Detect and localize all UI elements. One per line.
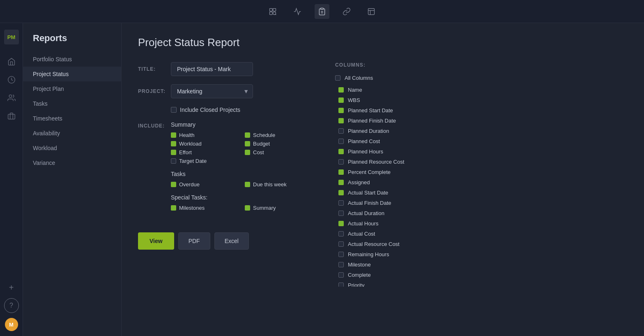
actual-resource-cost-label: Actual Resource Cost [348,241,400,247]
logo-icon[interactable]: PM [4,30,19,44]
col-actual-cost[interactable]: Actual Cost [335,229,453,239]
col-planned-start-date[interactable]: Planned Start Date [335,105,453,116]
search-zoom-icon[interactable] [265,4,280,19]
col-complete[interactable]: Complete [335,270,453,280]
planned-start-date-checkbox[interactable] [338,108,344,113]
complete-checkbox[interactable] [338,272,344,278]
svg-rect-2 [270,12,273,14]
analytics-icon[interactable] [290,4,305,19]
include-closed-checkbox[interactable] [171,107,177,113]
target-date-checkbox[interactable] [171,158,176,164]
actual-cost-checkbox[interactable] [338,231,344,236]
col-name[interactable]: Name [335,85,453,95]
actual-duration-checkbox[interactable] [338,211,344,216]
name-checkbox[interactable] [338,87,344,93]
sidebar-item-tasks[interactable]: Tasks [23,96,121,111]
col-actual-duration[interactable]: Actual Duration [335,208,453,218]
home-icon[interactable] [4,54,19,69]
schedule-checkbox-item[interactable]: Schedule [245,132,310,138]
col-actual-finish-date[interactable]: Actual Finish Date [335,198,453,208]
overdue-checkbox[interactable] [171,182,176,187]
help-icon[interactable]: ? [4,298,19,313]
col-planned-finish-date[interactable]: Planned Finish Date [335,116,453,126]
budget-checkbox[interactable] [245,141,250,146]
col-planned-duration[interactable]: Planned Duration [335,126,453,136]
due-this-week-checkbox-item[interactable]: Due this week [245,181,310,188]
summary-tasks-checkbox[interactable] [245,205,250,211]
project-select[interactable]: Marketing Development Design Sales [171,84,253,98]
sidebar-item-portfolio-status[interactable]: Portfolio Status [23,52,121,67]
col-percent-complete[interactable]: Percent Complete [335,167,453,177]
page-title: Project Status Report [138,36,628,49]
view-button[interactable]: View [138,232,174,250]
planned-resource-cost-label: Planned Resource Cost [348,159,404,165]
summary-checkbox-item[interactable]: Summary [245,205,310,211]
col-actual-start-date[interactable]: Actual Start Date [335,188,453,198]
project-label: PROJECT: [138,88,171,94]
clipboard-icon[interactable] [315,4,329,19]
col-assigned[interactable]: Assigned [335,177,453,188]
assigned-checkbox[interactable] [338,180,344,185]
title-input[interactable] [171,62,253,76]
planned-finish-date-checkbox[interactable] [338,118,344,123]
col-wbs[interactable]: WBS [335,95,453,105]
complete-label: Complete [348,272,371,278]
cost-checkbox[interactable] [245,150,250,155]
all-columns-checkbox[interactable] [335,75,340,81]
sidebar-item-variance[interactable]: Variance [23,155,121,170]
workload-checkbox-item[interactable]: Workload [171,141,237,147]
reports-sidebar: Reports Portfolio Status Project Status … [23,23,122,336]
sidebar-item-availability[interactable]: Availability [23,126,121,141]
history-icon[interactable] [4,72,19,87]
users-icon[interactable] [4,90,19,105]
svg-rect-8 [368,8,375,14]
schedule-checkbox[interactable] [245,132,250,138]
sidebar-item-project-plan[interactable]: Project Plan [23,81,121,96]
add-icon[interactable]: + [4,280,19,295]
excel-button[interactable]: Excel [214,232,249,250]
overdue-checkbox-item[interactable]: Overdue [171,181,237,188]
col-actual-resource-cost[interactable]: Actual Resource Cost [335,239,453,249]
actual-finish-date-label: Actual Finish Date [348,200,391,206]
briefcase-icon[interactable] [4,109,19,123]
actual-start-date-checkbox[interactable] [338,190,344,195]
priority-checkbox[interactable] [338,283,344,287]
target-date-checkbox-item[interactable]: Target Date [171,158,237,164]
sidebar-item-project-status[interactable]: Project Status [23,67,121,81]
planned-duration-checkbox[interactable] [338,128,344,134]
pdf-button[interactable]: PDF [178,232,210,250]
sidebar-item-workload[interactable]: Workload [23,141,121,155]
link-icon[interactable] [339,4,354,19]
actual-finish-date-checkbox[interactable] [338,200,344,206]
planned-resource-cost-checkbox[interactable] [338,159,344,165]
planned-hours-checkbox[interactable] [338,149,344,154]
due-this-week-checkbox[interactable] [245,182,250,187]
milestone-checkbox[interactable] [338,262,344,267]
actual-hours-checkbox[interactable] [338,221,344,226]
effort-checkbox[interactable] [171,150,176,155]
health-checkbox[interactable] [171,132,176,138]
col-planned-cost[interactable]: Planned Cost [335,136,453,146]
milestones-checkbox-item[interactable]: Milestones [171,205,237,211]
cost-checkbox-item[interactable]: Cost [245,149,310,155]
avatar[interactable]: M [5,318,18,331]
effort-checkbox-item[interactable]: Effort [171,149,237,155]
col-milestone[interactable]: Milestone [335,260,453,270]
col-remaining-hours[interactable]: Remaining Hours [335,249,453,260]
col-priority[interactable]: Priority [335,280,453,287]
percent-complete-checkbox[interactable] [338,169,344,175]
health-checkbox-item[interactable]: Health [171,132,237,138]
milestones-checkbox[interactable] [171,205,176,211]
wbs-checkbox[interactable] [338,97,344,103]
planned-cost-checkbox[interactable] [338,139,344,144]
col-planned-resource-cost[interactable]: Planned Resource Cost [335,157,453,167]
col-all-columns[interactable]: All Columns [335,73,453,83]
actual-resource-cost-checkbox[interactable] [338,241,344,247]
sidebar-item-timesheets[interactable]: Timesheets [23,111,121,126]
col-actual-hours[interactable]: Actual Hours [335,218,453,229]
budget-checkbox-item[interactable]: Budget [245,141,310,147]
remaining-hours-checkbox[interactable] [338,252,344,257]
workload-checkbox[interactable] [171,141,176,146]
layout-icon[interactable] [364,4,379,19]
col-planned-hours[interactable]: Planned Hours [335,146,453,157]
